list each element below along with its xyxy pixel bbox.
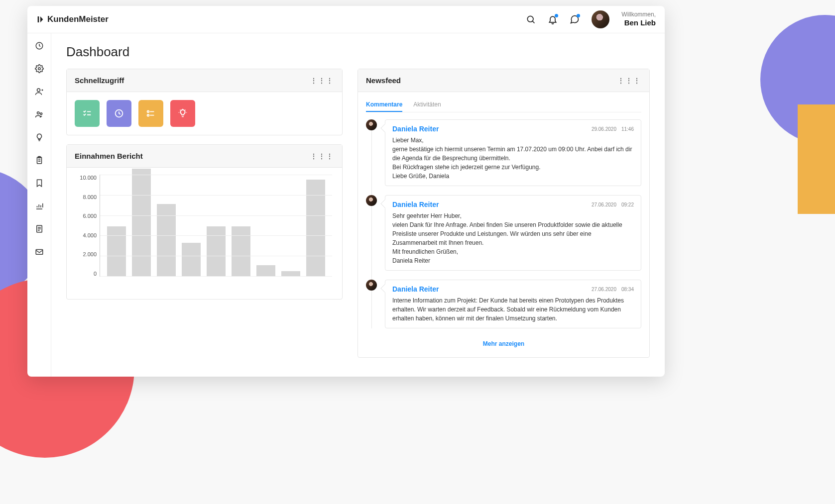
welcome-label: Willkommen, bbox=[621, 11, 656, 18]
timeline-line bbox=[371, 123, 372, 328]
newsfeed-list: Daniela Reiter29.06.202011:46Lieber Max,… bbox=[366, 119, 641, 328]
gridline bbox=[100, 235, 332, 236]
gridline bbox=[100, 175, 332, 175]
gridline bbox=[100, 195, 332, 196]
user-icon[interactable] bbox=[35, 87, 44, 96]
chart-bar bbox=[107, 226, 126, 276]
bg-decoration bbox=[798, 104, 835, 214]
chart-bar bbox=[232, 226, 250, 276]
newsfeed-card: Newsfeed ⋮⋮⋮ Kommentare Aktivitäten Dani… bbox=[358, 69, 650, 358]
app-window: KundenMeister Willkommen, Ben Lieb bbox=[27, 6, 665, 377]
newsfeed-tabs: Kommentare Aktivitäten bbox=[366, 98, 641, 112]
feed-post: Daniela Reiter29.06.202011:46Lieber Max,… bbox=[366, 119, 641, 186]
bell-icon[interactable] bbox=[548, 14, 558, 24]
svg-point-11 bbox=[147, 111, 149, 113]
post-avatar[interactable] bbox=[366, 119, 377, 130]
revenue-card: Einnahmen Bericht ⋮⋮⋮ 10.0008.0006.0004.… bbox=[66, 144, 343, 300]
avatar[interactable] bbox=[592, 10, 609, 28]
document-icon[interactable] bbox=[35, 224, 44, 233]
post-timestamp: 27.06.202008:34 bbox=[592, 287, 634, 292]
chat-icon[interactable] bbox=[570, 14, 580, 24]
drag-handle-icon[interactable]: ⋮⋮⋮ bbox=[617, 77, 641, 85]
brand[interactable]: KundenMeister bbox=[36, 14, 109, 24]
chart-bar bbox=[306, 180, 325, 276]
gridline bbox=[100, 276, 332, 277]
quick-idea-button[interactable] bbox=[170, 100, 195, 127]
svg-point-4 bbox=[37, 112, 39, 114]
dashboard-icon[interactable] bbox=[35, 41, 44, 50]
lightbulb-icon[interactable] bbox=[35, 133, 44, 142]
revenue-chart: 10.0008.0006.0004.0002.0000 bbox=[77, 175, 332, 289]
y-tick-label: 4.000 bbox=[77, 232, 97, 238]
y-tick-label: 2.000 bbox=[77, 251, 97, 257]
drag-handle-icon[interactable]: ⋮⋮⋮ bbox=[310, 77, 334, 85]
chart-bar bbox=[256, 265, 275, 276]
show-more-button[interactable]: Mehr anzeigen bbox=[366, 337, 641, 350]
drag-handle-icon[interactable]: ⋮⋮⋮ bbox=[310, 152, 334, 160]
post-bubble: Daniela Reiter27.06.202009:22Sehr geehrt… bbox=[385, 195, 641, 271]
post-author[interactable]: Daniela Reiter bbox=[392, 125, 439, 133]
quick-access-card: Schnellzugriff ⋮⋮⋮ bbox=[66, 69, 343, 135]
post-message: Interne Information zum Projekt: Der Kun… bbox=[392, 296, 634, 323]
post-bubble: Daniela Reiter27.06.202008:34Interne Inf… bbox=[385, 280, 641, 328]
brand-name: KundenMeister bbox=[47, 14, 109, 24]
quick-sliders-button[interactable] bbox=[138, 100, 163, 127]
post-timestamp: 27.06.202009:22 bbox=[592, 202, 634, 207]
user-name: Ben Lieb bbox=[621, 18, 656, 27]
gridline bbox=[100, 215, 332, 216]
clipboard-icon[interactable] bbox=[35, 156, 44, 165]
quick-checklist-button[interactable] bbox=[75, 100, 100, 127]
main-content: Dashboard Schnellzugriff ⋮⋮⋮ bbox=[51, 33, 665, 377]
gear-icon[interactable] bbox=[35, 64, 44, 73]
post-avatar[interactable] bbox=[366, 280, 377, 291]
page-title: Dashboard bbox=[66, 44, 650, 60]
svg-point-0 bbox=[528, 16, 534, 22]
bookmark-icon[interactable] bbox=[35, 179, 44, 188]
post-message: Sehr geehrter Herr Huber, vielen Dank fü… bbox=[392, 211, 634, 265]
y-tick-label: 0 bbox=[77, 271, 97, 277]
svg-point-12 bbox=[147, 114, 149, 116]
chart-bar bbox=[132, 169, 151, 276]
svg-point-3 bbox=[37, 89, 40, 92]
header: KundenMeister Willkommen, Ben Lieb bbox=[27, 6, 665, 33]
post-author[interactable]: Daniela Reiter bbox=[392, 201, 439, 208]
tab-aktivitaeten[interactable]: Aktivitäten bbox=[413, 98, 441, 112]
post-bubble: Daniela Reiter29.06.202011:46Lieber Max,… bbox=[385, 119, 641, 186]
sidebar bbox=[27, 33, 51, 377]
welcome-text: Willkommen, Ben Lieb bbox=[621, 11, 656, 27]
users-icon[interactable] bbox=[35, 110, 44, 119]
search-icon[interactable] bbox=[526, 14, 536, 24]
svg-rect-9 bbox=[36, 250, 43, 255]
brand-logo-icon bbox=[36, 15, 44, 23]
y-tick-label: 8.000 bbox=[77, 194, 97, 200]
gridline bbox=[100, 256, 332, 256]
card-title: Newsfeed bbox=[366, 76, 401, 85]
y-tick-label: 10.000 bbox=[77, 175, 97, 181]
card-title: Schnellzugriff bbox=[75, 76, 124, 85]
card-title: Einnahmen Bericht bbox=[75, 152, 143, 160]
post-message: Lieber Max, gerne bestätige ich hiermit … bbox=[392, 136, 634, 181]
chart-icon[interactable] bbox=[35, 202, 44, 210]
svg-point-2 bbox=[38, 68, 40, 70]
chart-bar bbox=[182, 243, 201, 276]
tab-kommentare[interactable]: Kommentare bbox=[366, 98, 402, 112]
header-actions: Willkommen, Ben Lieb bbox=[526, 10, 656, 28]
post-timestamp: 29.06.202011:46 bbox=[592, 126, 634, 132]
post-avatar[interactable] bbox=[366, 195, 377, 206]
svg-point-5 bbox=[40, 113, 42, 115]
chart-bar bbox=[281, 271, 300, 276]
post-author[interactable]: Daniela Reiter bbox=[392, 285, 439, 293]
feed-post: Daniela Reiter27.06.202009:22Sehr geehrt… bbox=[366, 195, 641, 271]
chart-bar bbox=[207, 226, 226, 276]
y-tick-label: 6.000 bbox=[77, 213, 97, 219]
feed-post: Daniela Reiter27.06.202008:34Interne Inf… bbox=[366, 280, 641, 328]
mail-icon[interactable] bbox=[35, 247, 44, 256]
quick-clock-button[interactable] bbox=[107, 100, 131, 127]
